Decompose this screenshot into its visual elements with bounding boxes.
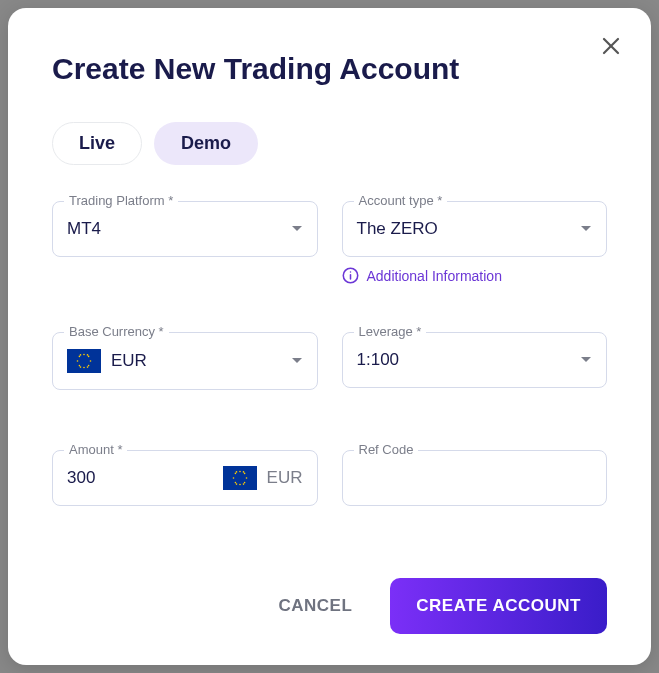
svg-point-21 (234, 473, 236, 475)
chevron-down-icon (580, 353, 592, 367)
svg-point-6 (83, 367, 85, 369)
ref-code-group: Ref Code (342, 450, 608, 506)
svg-point-22 (243, 473, 245, 475)
close-icon (601, 36, 621, 56)
additional-info-link[interactable]: Additional Information (342, 267, 608, 284)
amount-field: EUR (52, 450, 318, 506)
svg-point-12 (88, 365, 90, 367)
account-type-label: Account type * (354, 193, 448, 208)
svg-point-15 (87, 366, 89, 368)
base-currency-group: Base Currency * (52, 332, 318, 390)
svg-point-28 (235, 483, 237, 485)
leverage-label: Leverage * (354, 324, 427, 339)
svg-point-20 (245, 477, 247, 479)
svg-point-19 (232, 477, 234, 479)
amount-currency-text: EUR (267, 468, 303, 488)
svg-point-9 (79, 356, 81, 358)
svg-point-7 (77, 360, 79, 362)
leverage-group: Leverage * 1:100 (342, 332, 608, 390)
form-grid: Trading Platform * MT4 Account type * Th… (52, 201, 607, 506)
create-account-button[interactable]: CREATE ACCOUNT (390, 578, 607, 634)
svg-point-14 (80, 354, 82, 356)
trading-platform-label: Trading Platform * (64, 193, 178, 208)
account-type-value: The ZERO (357, 219, 438, 239)
account-type-group: Account type * The ZERO Additional Infor… (342, 201, 608, 284)
amount-input[interactable] (67, 452, 213, 504)
amount-currency-suffix: EUR (223, 466, 303, 490)
svg-point-8 (90, 360, 92, 362)
svg-point-17 (239, 471, 241, 473)
leverage-select[interactable]: 1:100 (342, 332, 608, 388)
chevron-down-icon (291, 222, 303, 236)
base-currency-value: EUR (111, 351, 147, 371)
svg-point-13 (87, 354, 89, 356)
svg-point-25 (242, 471, 244, 473)
tab-demo[interactable]: Demo (154, 122, 258, 165)
svg-point-5 (83, 354, 85, 356)
account-mode-tabs: Live Demo (52, 122, 607, 165)
base-currency-label: Base Currency * (64, 324, 169, 339)
svg-point-4 (349, 271, 351, 273)
amount-group: Amount * (52, 450, 318, 506)
ref-code-input[interactable] (342, 450, 608, 506)
svg-point-27 (242, 483, 244, 485)
cancel-button[interactable]: CANCEL (256, 580, 374, 632)
account-type-select[interactable]: The ZERO (342, 201, 608, 257)
svg-point-23 (234, 482, 236, 484)
modal-actions: CANCEL CREATE ACCOUNT (52, 578, 607, 634)
svg-point-26 (235, 471, 237, 473)
chevron-down-icon (580, 222, 592, 236)
svg-point-24 (243, 482, 245, 484)
close-button[interactable] (601, 36, 621, 56)
leverage-value: 1:100 (357, 350, 400, 370)
modal-title: Create New Trading Account (52, 52, 607, 86)
info-icon (342, 267, 359, 284)
trading-platform-group: Trading Platform * MT4 (52, 201, 318, 284)
create-account-modal: Create New Trading Account Live Demo Tra… (8, 8, 651, 665)
svg-point-11 (79, 365, 81, 367)
svg-point-10 (88, 356, 90, 358)
svg-point-16 (80, 366, 82, 368)
additional-info-text: Additional Information (367, 268, 502, 284)
trading-platform-select[interactable]: MT4 (52, 201, 318, 257)
tab-live[interactable]: Live (52, 122, 142, 165)
eu-flag-icon (67, 349, 101, 373)
base-currency-select[interactable]: EUR (52, 332, 318, 390)
chevron-down-icon (291, 354, 303, 368)
ref-code-label: Ref Code (354, 442, 419, 457)
amount-label: Amount * (64, 442, 127, 457)
eu-flag-icon (223, 466, 257, 490)
svg-point-18 (239, 484, 241, 486)
trading-platform-value: MT4 (67, 219, 101, 239)
